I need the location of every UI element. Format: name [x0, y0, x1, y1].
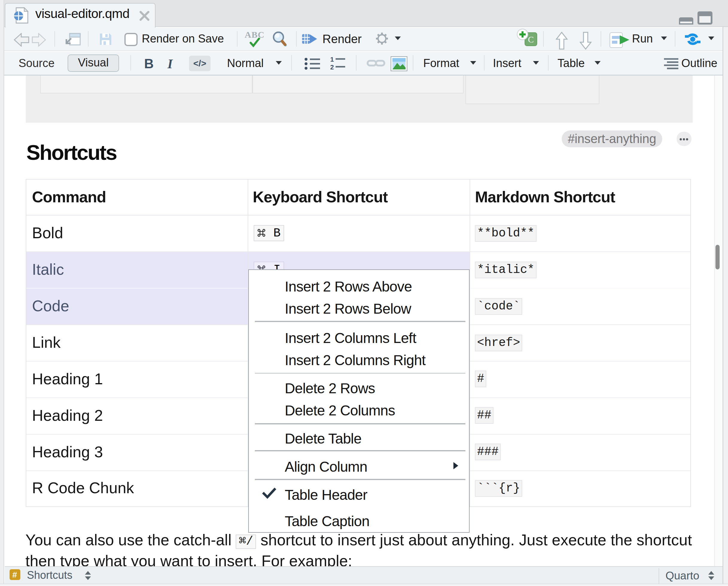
svg-text:1: 1	[330, 56, 334, 63]
svg-text:2: 2	[330, 64, 334, 71]
